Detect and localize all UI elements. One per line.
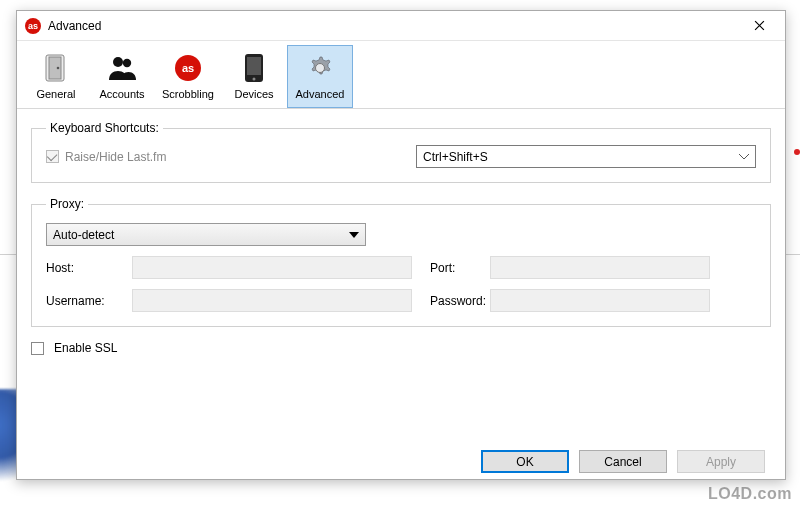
group-title: Keyboard Shortcuts: bbox=[46, 121, 163, 135]
lastfm-icon: as bbox=[25, 18, 41, 34]
svg-text:as: as bbox=[182, 62, 194, 74]
port-label: Port: bbox=[412, 261, 490, 275]
watermark: LO4D.com bbox=[708, 485, 792, 503]
device-icon bbox=[238, 52, 270, 84]
group-title: Proxy: bbox=[46, 197, 88, 211]
tab-content: Keyboard Shortcuts: Raise/Hide Last.fm C… bbox=[17, 109, 785, 479]
tab-scrobbling[interactable]: as Scrobbling bbox=[155, 45, 221, 108]
titlebar: as Advanced bbox=[17, 11, 785, 41]
apply-button: Apply bbox=[677, 450, 765, 473]
tab-accounts[interactable]: Accounts bbox=[89, 45, 155, 108]
triangle-down-icon bbox=[345, 224, 359, 245]
door-icon bbox=[40, 52, 72, 84]
password-input[interactable] bbox=[490, 289, 710, 312]
svg-point-10 bbox=[316, 64, 325, 73]
close-button[interactable] bbox=[737, 12, 781, 40]
username-label: Username: bbox=[46, 294, 132, 308]
svg-rect-8 bbox=[247, 57, 261, 75]
cancel-button[interactable]: Cancel bbox=[579, 450, 667, 473]
settings-dialog: as Advanced General Accounts bbox=[16, 10, 786, 480]
port-input[interactable] bbox=[490, 256, 710, 279]
svg-point-4 bbox=[123, 59, 131, 67]
tab-label: Scrobbling bbox=[162, 88, 214, 100]
raise-hide-checkbox: Raise/Hide Last.fm bbox=[46, 150, 166, 164]
svg-point-2 bbox=[57, 67, 60, 70]
checkbox-label: Enable SSL bbox=[54, 341, 117, 355]
dialog-buttons: OK Cancel Apply bbox=[31, 444, 771, 473]
accounts-icon bbox=[106, 52, 138, 84]
tab-label: General bbox=[36, 88, 75, 100]
tab-devices[interactable]: Devices bbox=[221, 45, 287, 108]
checkbox-label: Raise/Hide Last.fm bbox=[65, 150, 166, 164]
shortcut-combo[interactable]: Ctrl+Shift+S bbox=[416, 145, 756, 168]
tab-advanced[interactable]: Advanced bbox=[287, 45, 353, 108]
scrobbling-icon: as bbox=[172, 52, 204, 84]
host-label: Host: bbox=[46, 261, 132, 275]
tab-label: Advanced bbox=[296, 88, 345, 100]
settings-tabs: General Accounts as Scrobbling Devices bbox=[17, 41, 785, 109]
checkbox-icon bbox=[46, 150, 59, 163]
window-title: Advanced bbox=[48, 19, 101, 33]
svg-point-3 bbox=[113, 57, 123, 67]
checkbox-icon bbox=[31, 342, 44, 355]
gear-icon bbox=[304, 52, 336, 84]
tab-label: Accounts bbox=[99, 88, 144, 100]
shortcut-value: Ctrl+Shift+S bbox=[423, 150, 735, 164]
host-input[interactable] bbox=[132, 256, 412, 279]
tab-general[interactable]: General bbox=[23, 45, 89, 108]
password-label: Password: bbox=[412, 294, 490, 308]
proxy-group: Proxy: Auto-detect Host: Port: bbox=[31, 197, 771, 327]
chevron-down-icon bbox=[735, 146, 749, 167]
proxy-mode-dropdown[interactable]: Auto-detect bbox=[46, 223, 366, 246]
keyboard-shortcuts-group: Keyboard Shortcuts: Raise/Hide Last.fm C… bbox=[31, 121, 771, 183]
proxy-mode-value: Auto-detect bbox=[53, 228, 345, 242]
enable-ssl-checkbox[interactable]: Enable SSL bbox=[31, 341, 771, 355]
close-icon bbox=[754, 20, 765, 31]
username-input[interactable] bbox=[132, 289, 412, 312]
ok-button[interactable]: OK bbox=[481, 450, 569, 473]
svg-point-9 bbox=[253, 78, 256, 81]
tab-label: Devices bbox=[234, 88, 273, 100]
